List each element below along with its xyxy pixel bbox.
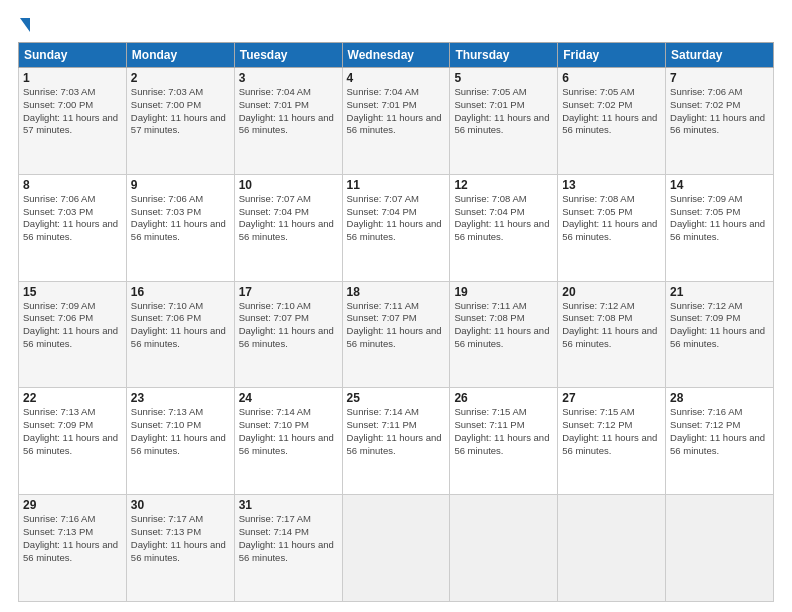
calendar-cell: 26 Sunrise: 7:15 AM Sunset: 7:11 PM Dayl… — [450, 388, 558, 495]
day-number: 16 — [131, 285, 230, 299]
sunrise-label: Sunrise: 7:11 AM — [347, 300, 419, 311]
day-number: 29 — [23, 498, 122, 512]
sunset-label: Sunset: 7:07 PM — [239, 312, 309, 323]
calendar-cell: 8 Sunrise: 7:06 AM Sunset: 7:03 PM Dayli… — [19, 174, 127, 281]
sunset-label: Sunset: 7:04 PM — [347, 206, 417, 217]
sunrise-label: Sunrise: 7:15 AM — [454, 406, 526, 417]
day-info: Sunrise: 7:03 AM Sunset: 7:00 PM Dayligh… — [23, 86, 122, 137]
calendar-cell: 3 Sunrise: 7:04 AM Sunset: 7:01 PM Dayli… — [234, 68, 342, 175]
sunset-label: Sunset: 7:06 PM — [131, 312, 201, 323]
calendar-cell: 2 Sunrise: 7:03 AM Sunset: 7:00 PM Dayli… — [126, 68, 234, 175]
day-info: Sunrise: 7:03 AM Sunset: 7:00 PM Dayligh… — [131, 86, 230, 137]
sunset-label: Sunset: 7:04 PM — [454, 206, 524, 217]
day-info: Sunrise: 7:09 AM Sunset: 7:05 PM Dayligh… — [670, 193, 769, 244]
daylight-label: Daylight: 11 hours and 56 minutes. — [239, 112, 334, 136]
sunset-label: Sunset: 7:05 PM — [562, 206, 632, 217]
sunset-label: Sunset: 7:14 PM — [239, 526, 309, 537]
day-info: Sunrise: 7:13 AM Sunset: 7:10 PM Dayligh… — [131, 406, 230, 457]
calendar-cell: 27 Sunrise: 7:15 AM Sunset: 7:12 PM Dayl… — [558, 388, 666, 495]
day-info: Sunrise: 7:17 AM Sunset: 7:13 PM Dayligh… — [131, 513, 230, 564]
daylight-label: Daylight: 11 hours and 56 minutes. — [347, 218, 442, 242]
day-info: Sunrise: 7:07 AM Sunset: 7:04 PM Dayligh… — [347, 193, 446, 244]
sunrise-label: Sunrise: 7:09 AM — [23, 300, 95, 311]
day-info: Sunrise: 7:11 AM Sunset: 7:07 PM Dayligh… — [347, 300, 446, 351]
sunrise-label: Sunrise: 7:10 AM — [239, 300, 311, 311]
daylight-label: Daylight: 11 hours and 56 minutes. — [239, 539, 334, 563]
sunrise-label: Sunrise: 7:17 AM — [239, 513, 311, 524]
sunrise-label: Sunrise: 7:08 AM — [562, 193, 634, 204]
sunset-label: Sunset: 7:13 PM — [23, 526, 93, 537]
calendar-cell: 23 Sunrise: 7:13 AM Sunset: 7:10 PM Dayl… — [126, 388, 234, 495]
day-info: Sunrise: 7:14 AM Sunset: 7:10 PM Dayligh… — [239, 406, 338, 457]
sunset-label: Sunset: 7:01 PM — [454, 99, 524, 110]
sunset-label: Sunset: 7:10 PM — [239, 419, 309, 430]
calendar-cell — [450, 495, 558, 602]
day-number: 13 — [562, 178, 661, 192]
calendar: SundayMondayTuesdayWednesdayThursdayFrid… — [18, 42, 774, 602]
daylight-label: Daylight: 11 hours and 56 minutes. — [562, 325, 657, 349]
daylight-label: Daylight: 11 hours and 56 minutes. — [347, 325, 442, 349]
calendar-header-saturday: Saturday — [666, 43, 774, 68]
sunrise-label: Sunrise: 7:15 AM — [562, 406, 634, 417]
calendar-cell: 30 Sunrise: 7:17 AM Sunset: 7:13 PM Dayl… — [126, 495, 234, 602]
daylight-label: Daylight: 11 hours and 56 minutes. — [562, 112, 657, 136]
sunrise-label: Sunrise: 7:10 AM — [131, 300, 203, 311]
sunrise-label: Sunrise: 7:06 AM — [23, 193, 95, 204]
calendar-cell: 12 Sunrise: 7:08 AM Sunset: 7:04 PM Dayl… — [450, 174, 558, 281]
sunrise-label: Sunrise: 7:05 AM — [454, 86, 526, 97]
calendar-cell: 18 Sunrise: 7:11 AM Sunset: 7:07 PM Dayl… — [342, 281, 450, 388]
sunrise-label: Sunrise: 7:16 AM — [670, 406, 742, 417]
sunset-label: Sunset: 7:12 PM — [670, 419, 740, 430]
daylight-label: Daylight: 11 hours and 56 minutes. — [670, 432, 765, 456]
day-number: 27 — [562, 391, 661, 405]
calendar-cell: 5 Sunrise: 7:05 AM Sunset: 7:01 PM Dayli… — [450, 68, 558, 175]
daylight-label: Daylight: 11 hours and 56 minutes. — [670, 325, 765, 349]
daylight-label: Daylight: 11 hours and 56 minutes. — [239, 432, 334, 456]
day-number: 25 — [347, 391, 446, 405]
calendar-cell: 19 Sunrise: 7:11 AM Sunset: 7:08 PM Dayl… — [450, 281, 558, 388]
day-number: 17 — [239, 285, 338, 299]
daylight-label: Daylight: 11 hours and 56 minutes. — [131, 539, 226, 563]
day-info: Sunrise: 7:13 AM Sunset: 7:09 PM Dayligh… — [23, 406, 122, 457]
sunset-label: Sunset: 7:03 PM — [23, 206, 93, 217]
calendar-week-5: 29 Sunrise: 7:16 AM Sunset: 7:13 PM Dayl… — [19, 495, 774, 602]
day-info: Sunrise: 7:08 AM Sunset: 7:04 PM Dayligh… — [454, 193, 553, 244]
sunset-label: Sunset: 7:11 PM — [347, 419, 417, 430]
day-number: 22 — [23, 391, 122, 405]
day-number: 21 — [670, 285, 769, 299]
day-info: Sunrise: 7:07 AM Sunset: 7:04 PM Dayligh… — [239, 193, 338, 244]
daylight-label: Daylight: 11 hours and 56 minutes. — [562, 218, 657, 242]
day-info: Sunrise: 7:14 AM Sunset: 7:11 PM Dayligh… — [347, 406, 446, 457]
day-number: 11 — [347, 178, 446, 192]
sunset-label: Sunset: 7:06 PM — [23, 312, 93, 323]
daylight-label: Daylight: 11 hours and 56 minutes. — [670, 112, 765, 136]
calendar-cell: 7 Sunrise: 7:06 AM Sunset: 7:02 PM Dayli… — [666, 68, 774, 175]
daylight-label: Daylight: 11 hours and 56 minutes. — [454, 325, 549, 349]
sunrise-label: Sunrise: 7:04 AM — [239, 86, 311, 97]
sunset-label: Sunset: 7:11 PM — [454, 419, 524, 430]
calendar-cell — [342, 495, 450, 602]
calendar-header-monday: Monday — [126, 43, 234, 68]
sunset-label: Sunset: 7:02 PM — [670, 99, 740, 110]
daylight-label: Daylight: 11 hours and 56 minutes. — [454, 432, 549, 456]
logo — [18, 18, 30, 34]
daylight-label: Daylight: 11 hours and 56 minutes. — [347, 432, 442, 456]
day-info: Sunrise: 7:12 AM Sunset: 7:08 PM Dayligh… — [562, 300, 661, 351]
sunrise-label: Sunrise: 7:11 AM — [454, 300, 526, 311]
daylight-label: Daylight: 11 hours and 57 minutes. — [23, 112, 118, 136]
day-info: Sunrise: 7:10 AM Sunset: 7:07 PM Dayligh… — [239, 300, 338, 351]
sunrise-label: Sunrise: 7:05 AM — [562, 86, 634, 97]
day-number: 30 — [131, 498, 230, 512]
sunset-label: Sunset: 7:01 PM — [347, 99, 417, 110]
sunrise-label: Sunrise: 7:07 AM — [239, 193, 311, 204]
day-number: 23 — [131, 391, 230, 405]
calendar-cell: 29 Sunrise: 7:16 AM Sunset: 7:13 PM Dayl… — [19, 495, 127, 602]
daylight-label: Daylight: 11 hours and 56 minutes. — [670, 218, 765, 242]
day-number: 9 — [131, 178, 230, 192]
sunrise-label: Sunrise: 7:13 AM — [131, 406, 203, 417]
logo-text — [18, 18, 30, 34]
calendar-cell — [558, 495, 666, 602]
calendar-week-1: 1 Sunrise: 7:03 AM Sunset: 7:00 PM Dayli… — [19, 68, 774, 175]
day-number: 7 — [670, 71, 769, 85]
sunrise-label: Sunrise: 7:08 AM — [454, 193, 526, 204]
